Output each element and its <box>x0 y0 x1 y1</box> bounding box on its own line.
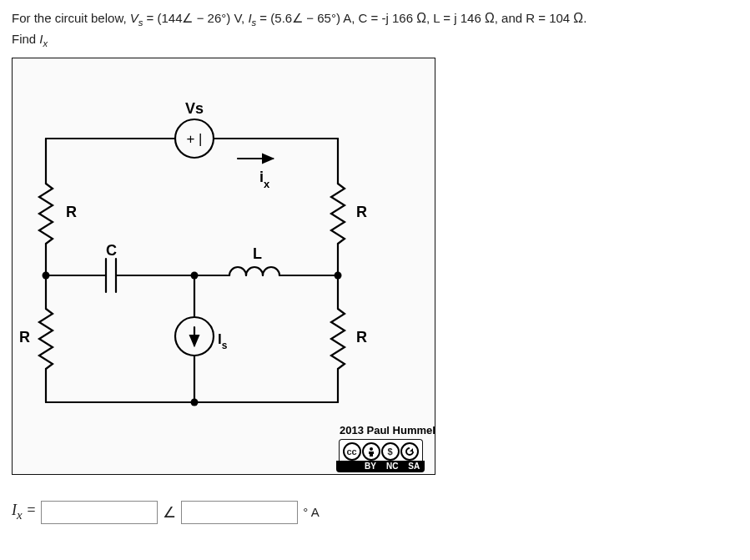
vs-label: Vs <box>185 100 204 117</box>
ohm-2: Ω <box>485 11 495 25</box>
mid-2: , and R = 104 <box>495 11 574 25</box>
svg-point-5 <box>335 271 342 279</box>
vs-symbol: V <box>130 11 138 25</box>
vs-eq: = (144∠ − 26°) V, <box>143 11 248 25</box>
r-label-top-left: R <box>66 204 77 220</box>
vs-polarity: + | <box>186 131 202 147</box>
c-label: C <box>106 242 117 259</box>
problem-statement: For the circuit below, Vs = (144∠ − 26°)… <box>12 8 738 51</box>
attribution: 2013 Paul Hummel <box>340 424 435 436</box>
ohm-1: Ω <box>416 11 426 25</box>
r-label-bottom-left: R <box>19 329 30 346</box>
answer-row: Ix = ∠ ° A <box>12 501 738 524</box>
cc-license-badge: cc $ BY NC SA <box>336 439 425 472</box>
angle-input[interactable] <box>181 501 298 524</box>
sa-icon <box>400 442 419 461</box>
svg-point-7 <box>191 398 199 406</box>
mid-1: , L = j 146 <box>426 11 485 25</box>
by-icon <box>362 442 380 461</box>
nc-label: NC <box>386 462 398 471</box>
answer-unit: ° A <box>303 505 319 519</box>
is-eq: = (5.6∠ − 65°) A, C = -j 166 <box>256 11 416 25</box>
svg-point-9 <box>370 447 373 451</box>
ix-label: ix <box>259 169 270 190</box>
svg-point-6 <box>191 271 199 279</box>
nc-icon: $ <box>381 442 400 461</box>
circuit-diagram: Vs + | ix R R R R C L Is 2013 Paul Humme… <box>12 58 435 475</box>
find-text: Find <box>12 32 39 46</box>
is-label: Is <box>218 331 228 351</box>
ohm-3: Ω <box>573 11 583 25</box>
sa-label: SA <box>408 462 420 471</box>
period: . <box>583 11 586 25</box>
angle-symbol: ∠ <box>163 503 176 522</box>
l-label: L <box>253 245 262 262</box>
r-label-bottom-right: R <box>356 329 367 346</box>
answer-lhs: Ix = <box>12 502 36 522</box>
svg-point-4 <box>43 271 50 279</box>
magnitude-input[interactable] <box>41 501 158 524</box>
r-label-top-right: R <box>356 204 367 220</box>
cc-icon: cc <box>343 442 361 461</box>
by-label: BY <box>365 462 376 471</box>
stmt-intro: For the circuit below, <box>12 11 130 25</box>
find-sub: x <box>43 38 48 48</box>
